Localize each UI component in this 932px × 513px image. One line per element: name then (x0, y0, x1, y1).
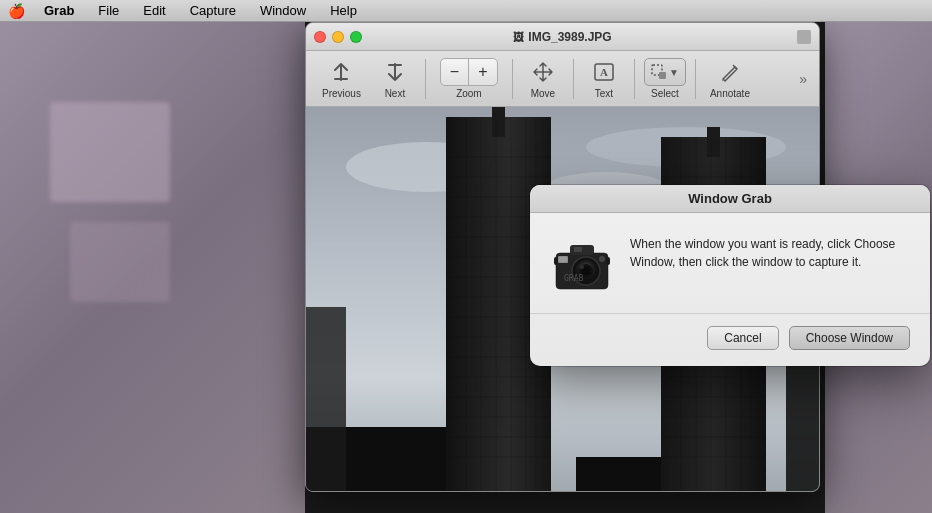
menu-edit[interactable]: Edit (139, 3, 169, 18)
svg-text:GRAB: GRAB (564, 274, 583, 283)
dialog-title: Window Grab (688, 191, 772, 206)
camera-svg: GRAB (550, 231, 614, 295)
apple-menu[interactable]: 🍎 (8, 3, 24, 19)
zoom-label: Zoom (456, 88, 482, 99)
camera-icon: GRAB (550, 231, 614, 295)
svg-point-76 (599, 256, 605, 262)
window-title-text: IMG_3989.JPG (528, 30, 611, 44)
text-icon: A (590, 58, 618, 86)
select-label: Select (651, 88, 679, 99)
zoom-out-button[interactable]: − (441, 58, 469, 86)
menu-window[interactable]: Window (256, 3, 310, 18)
choose-window-button[interactable]: Choose Window (789, 326, 910, 350)
annotate-icon (716, 58, 744, 86)
desktop-left (0, 22, 305, 513)
window-title: 🖼 IMG_3989.JPG (513, 30, 611, 44)
minimize-button[interactable] (332, 31, 344, 43)
menu-grab[interactable]: Grab (40, 3, 78, 18)
svg-rect-5 (659, 72, 666, 79)
toolbar-divider-2 (512, 59, 513, 99)
close-button[interactable] (314, 31, 326, 43)
svg-rect-77 (554, 257, 558, 265)
svg-rect-70 (559, 257, 567, 262)
toolbar-previous[interactable]: Previous (314, 54, 369, 103)
toolbar-divider-5 (695, 59, 696, 99)
previous-icon (327, 58, 355, 86)
file-icon: 🖼 (513, 31, 524, 43)
dialog-message: When the window you want is ready, click… (630, 235, 910, 271)
annotate-label: Annotate (710, 88, 750, 99)
window-resize-handle[interactable] (797, 30, 811, 44)
move-label: Move (531, 88, 555, 99)
next-label: Next (385, 88, 406, 99)
toolbar-annotate[interactable]: Annotate (702, 54, 758, 103)
text-label: Text (595, 88, 613, 99)
desktop-thumb (50, 102, 170, 202)
move-icon (529, 58, 557, 86)
zoom-controls[interactable]: − + (440, 58, 498, 86)
select-icon: ▼ (651, 58, 679, 86)
toolbar-text[interactable]: A Text (580, 54, 628, 103)
previous-label: Previous (322, 88, 361, 99)
toolbar-zoom: − + Zoom (432, 54, 506, 103)
svg-rect-68 (574, 247, 582, 252)
next-icon (381, 58, 409, 86)
svg-rect-78 (606, 257, 610, 265)
window-titlebar: 🖼 IMG_3989.JPG (306, 23, 819, 51)
svg-rect-64 (786, 357, 820, 492)
dialog-buttons: Cancel Choose Window (530, 313, 930, 366)
svg-text:A: A (600, 66, 608, 78)
svg-rect-62 (576, 457, 661, 492)
toolbar-overflow[interactable]: » (795, 67, 811, 91)
toolbar-divider-4 (634, 59, 635, 99)
window-grab-dialog: Window Grab (530, 185, 930, 366)
desktop-thumb2 (70, 222, 170, 302)
maximize-button[interactable] (350, 31, 362, 43)
select-button[interactable]: ▼ (644, 58, 686, 86)
menu-file[interactable]: File (94, 3, 123, 18)
toolbar-select[interactable]: ▼ Select (641, 54, 689, 103)
menu-capture[interactable]: Capture (186, 3, 240, 18)
svg-rect-63 (306, 307, 346, 492)
svg-rect-1 (388, 64, 402, 66)
zoom-in-button[interactable]: + (469, 58, 497, 86)
toolbar-move[interactable]: Move (519, 54, 567, 103)
menubar: 🍎 Grab File Edit Capture Window Help (0, 0, 932, 22)
cancel-button[interactable]: Cancel (707, 326, 778, 350)
svg-rect-0 (334, 78, 348, 80)
dialog-content: GRAB When the window you want is ready, … (530, 213, 930, 313)
toolbar-divider-1 (425, 59, 426, 99)
svg-point-75 (580, 265, 584, 269)
dialog-titlebar: Window Grab (530, 185, 930, 213)
toolbar-next[interactable]: Next (371, 54, 419, 103)
window-controls (314, 31, 362, 43)
toolbar-divider-3 (573, 59, 574, 99)
menu-help[interactable]: Help (326, 3, 361, 18)
toolbar: Previous Next − + Zoom (306, 51, 819, 107)
